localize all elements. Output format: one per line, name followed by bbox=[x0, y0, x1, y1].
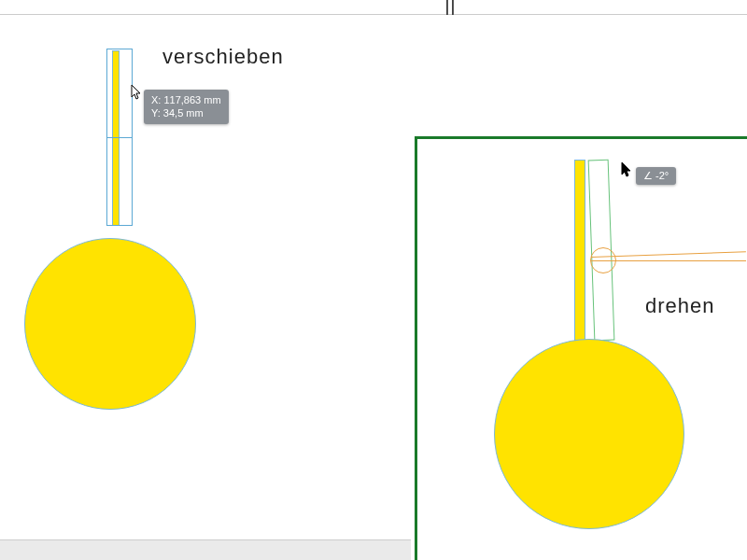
tooltip-y-prefix: Y: bbox=[151, 107, 163, 119]
rotation-axis-line bbox=[591, 260, 746, 261]
yellow-rectangle-right[interactable] bbox=[574, 160, 585, 341]
tooltip-coordinates: X: 117,863 mm Y: 34,5 mm bbox=[144, 90, 229, 124]
tooltip-angle-value: -2° bbox=[655, 170, 669, 181]
label-verschieben: verschieben bbox=[162, 45, 284, 69]
tooltip-angle-prefix: ∠ bbox=[643, 170, 655, 181]
cursor-arrow-icon bbox=[131, 84, 144, 105]
tooltip-x-prefix: X: bbox=[151, 94, 163, 105]
status-bar bbox=[0, 539, 411, 560]
selection-outline[interactable] bbox=[106, 49, 133, 226]
yellow-circle-right[interactable] bbox=[494, 339, 684, 529]
tooltip-y-value: 34,5 mm bbox=[163, 107, 204, 119]
tooltip-angle: ∠ -2° bbox=[636, 167, 676, 185]
ruler-horizontal[interactable] bbox=[0, 0, 747, 15]
label-drehen: drehen bbox=[645, 294, 715, 318]
tooltip-x-value: 117,863 mm bbox=[163, 94, 220, 105]
yellow-circle-left[interactable] bbox=[24, 238, 196, 410]
cursor-arrow-icon bbox=[621, 161, 634, 182]
canvas-area[interactable]: verschieben X: 117,863 mm Y: 34,5 mm ∠ -… bbox=[0, 15, 747, 560]
inset-panel: ∠ -2° drehen bbox=[415, 136, 747, 560]
